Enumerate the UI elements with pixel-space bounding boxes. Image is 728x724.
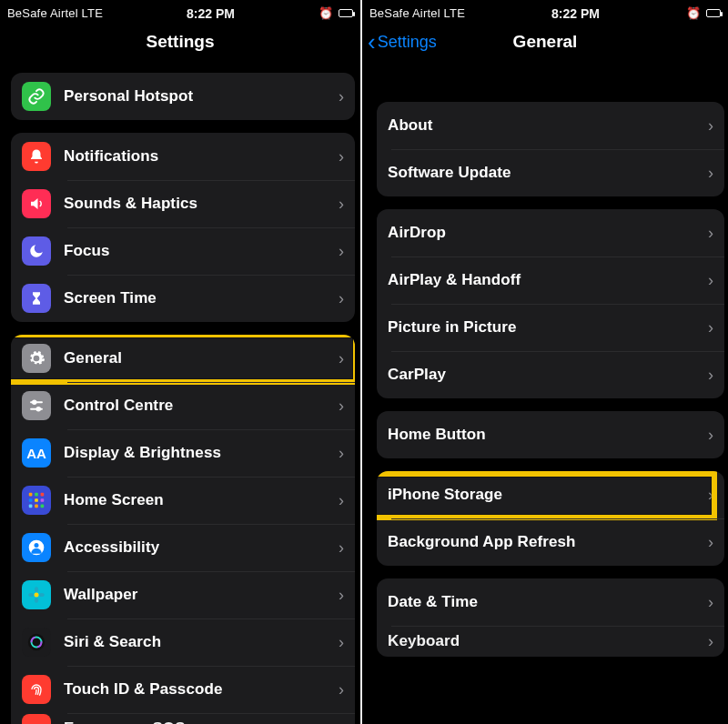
row-home-button[interactable]: Home Button› xyxy=(377,411,724,458)
svg-rect-7 xyxy=(29,498,33,502)
chevron-right-icon: › xyxy=(708,593,713,612)
svg-point-15 xyxy=(35,593,39,598)
siri-icon xyxy=(22,628,51,657)
row-airdrop[interactable]: AirDrop› xyxy=(377,209,724,256)
chevron-right-icon: › xyxy=(708,632,713,651)
row-label: Focus xyxy=(64,242,339,260)
row-label: Home Button xyxy=(388,426,708,444)
chevron-right-icon: › xyxy=(339,195,344,214)
svg-point-18 xyxy=(28,593,34,597)
row-date-time[interactable]: Date & Time› xyxy=(377,578,724,626)
row-wallpaper[interactable]: Wallpaper› xyxy=(11,571,355,618)
chevron-right-icon: › xyxy=(339,538,344,558)
chevron-left-icon: ‹ xyxy=(368,30,376,54)
sos-icon: SOS xyxy=(22,714,51,724)
row-notifications[interactable]: Notifications› xyxy=(11,133,355,180)
row-label: Screen Time xyxy=(64,289,339,307)
row-pip[interactable]: Picture in Picture› xyxy=(377,304,724,351)
row-home-screen[interactable]: Home Screen› xyxy=(11,477,355,524)
sliders-icon xyxy=(22,391,51,420)
chevron-right-icon: › xyxy=(339,586,344,605)
status-carrier: BeSafe Airtel LTE xyxy=(369,6,465,20)
grid-icon xyxy=(22,486,51,515)
status-clock: 8:22 PM xyxy=(103,6,318,21)
chevron-right-icon: › xyxy=(339,719,344,725)
chevron-right-icon: › xyxy=(708,164,713,183)
aa-icon: AA xyxy=(22,438,51,468)
row-airplay-handoff[interactable]: AirPlay & Handoff› xyxy=(377,256,724,304)
chevron-right-icon: › xyxy=(339,147,344,166)
chevron-right-icon: › xyxy=(339,87,344,106)
battery-icon xyxy=(339,9,353,17)
chevron-right-icon: › xyxy=(339,289,344,308)
settings-group: AirDrop›AirPlay & Handoff›Picture in Pic… xyxy=(377,209,724,398)
navbar: ‹ Settings General xyxy=(362,24,728,60)
row-label: Picture in Picture xyxy=(388,318,708,337)
back-label: Settings xyxy=(378,33,437,52)
chevron-right-icon: › xyxy=(339,242,344,261)
status-carrier: BeSafe Airtel LTE xyxy=(7,6,103,20)
row-siri-search[interactable]: Siri & Search› xyxy=(11,618,355,666)
row-carplay[interactable]: CarPlay› xyxy=(377,351,724,398)
svg-rect-10 xyxy=(29,505,33,508)
row-label: Siri & Search xyxy=(64,633,339,651)
battery-icon xyxy=(706,9,721,17)
svg-rect-9 xyxy=(41,498,45,502)
row-label: CarPlay xyxy=(388,366,708,384)
row-screen-time[interactable]: Screen Time› xyxy=(11,275,355,322)
row-focus[interactable]: Focus› xyxy=(11,227,355,275)
row-software-update[interactable]: Software Update› xyxy=(377,149,724,196)
svg-rect-11 xyxy=(35,505,38,508)
row-label: Control Centre xyxy=(64,397,339,415)
moon-icon xyxy=(22,236,51,266)
row-label: AirPlay & Handoff xyxy=(388,271,708,289)
settings-group: General›Control Centre›AADisplay & Brigh… xyxy=(11,335,355,724)
row-control-centre[interactable]: Control Centre› xyxy=(11,382,355,429)
page-title: Settings xyxy=(147,32,215,52)
speaker-icon xyxy=(22,189,51,218)
row-about[interactable]: About› xyxy=(377,102,724,149)
row-general[interactable]: General› xyxy=(11,335,355,382)
status-clock: 8:22 PM xyxy=(465,6,686,21)
status-bar: BeSafe Airtel LTE 8:22 PM ⏰ xyxy=(362,0,728,24)
chevron-right-icon: › xyxy=(708,533,713,552)
svg-rect-5 xyxy=(35,493,38,497)
chevron-right-icon: › xyxy=(339,680,344,699)
alarm-icon: ⏰ xyxy=(686,6,701,20)
svg-point-14 xyxy=(35,543,39,548)
hourglass-icon xyxy=(22,284,51,313)
row-emergency-sos[interactable]: SOSEmergency SOS› xyxy=(11,713,355,724)
row-label: Emergency SOS xyxy=(64,719,339,724)
row-label: General xyxy=(64,349,339,367)
chevron-right-icon: › xyxy=(339,633,344,652)
row-label: Display & Brightness xyxy=(64,444,339,462)
chevron-right-icon: › xyxy=(708,318,713,337)
settings-group: iPhone Storage›Background App Refresh› xyxy=(377,471,724,566)
row-bg-app-refresh[interactable]: Background App Refresh› xyxy=(377,518,724,566)
chevron-right-icon: › xyxy=(708,224,713,243)
settings-group: Personal Hotspot› xyxy=(11,73,355,120)
row-iphone-storage[interactable]: iPhone Storage› xyxy=(377,471,724,518)
row-label: iPhone Storage xyxy=(388,486,708,504)
person-icon xyxy=(22,533,51,562)
chevron-right-icon: › xyxy=(708,271,713,290)
svg-point-19 xyxy=(39,593,45,597)
gear-icon xyxy=(22,344,51,373)
row-accessibility[interactable]: Accessibility› xyxy=(11,524,355,571)
row-keyboard[interactable]: Keyboard› xyxy=(377,626,724,657)
row-touch-id-passcode[interactable]: Touch ID & Passcode› xyxy=(11,666,355,713)
row-label: Sounds & Haptics xyxy=(64,195,339,213)
chevron-right-icon: › xyxy=(339,349,344,368)
svg-point-16 xyxy=(35,587,38,592)
general-screen: BeSafe Airtel LTE 8:22 PM ⏰ ‹ Settings G… xyxy=(362,0,728,724)
row-label: Software Update xyxy=(388,164,708,182)
row-label: Keyboard xyxy=(388,632,708,650)
chevron-right-icon: › xyxy=(708,486,713,505)
row-label: Wallpaper xyxy=(64,586,339,604)
settings-group: Date & Time›Keyboard› xyxy=(377,578,724,657)
back-button[interactable]: ‹ Settings xyxy=(368,24,437,60)
row-personal-hotspot[interactable]: Personal Hotspot› xyxy=(11,73,355,120)
row-display-brightness[interactable]: AADisplay & Brightness› xyxy=(11,429,355,477)
row-sounds-haptics[interactable]: Sounds & Haptics› xyxy=(11,180,355,227)
row-label: Background App Refresh xyxy=(388,533,708,551)
